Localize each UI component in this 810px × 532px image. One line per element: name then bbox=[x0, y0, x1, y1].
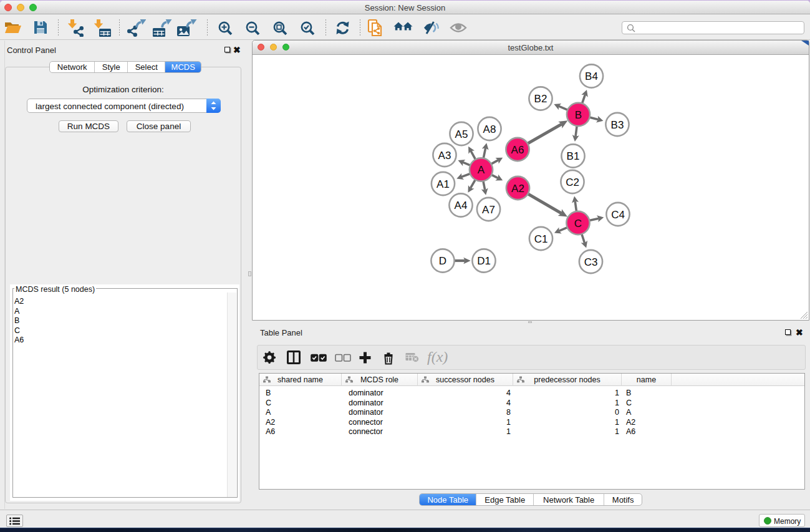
svg-text:A7: A7 bbox=[482, 204, 495, 216]
svg-text:A3: A3 bbox=[438, 150, 451, 162]
svg-text:B: B bbox=[575, 109, 582, 121]
svg-text:C3: C3 bbox=[584, 256, 598, 268]
svg-text:A2: A2 bbox=[511, 183, 524, 195]
svg-text:A8: A8 bbox=[483, 123, 496, 135]
svg-text:B3: B3 bbox=[611, 119, 624, 131]
svg-text:D: D bbox=[439, 255, 446, 267]
svg-text:C: C bbox=[574, 218, 582, 230]
svg-text:C2: C2 bbox=[566, 177, 579, 188]
svg-text:A: A bbox=[478, 164, 485, 176]
svg-text:B4: B4 bbox=[585, 70, 598, 82]
svg-text:A5: A5 bbox=[455, 128, 468, 140]
svg-text:D1: D1 bbox=[477, 255, 491, 267]
svg-text:B1: B1 bbox=[567, 150, 580, 162]
svg-text:B2: B2 bbox=[534, 93, 547, 105]
svg-text:A6: A6 bbox=[511, 144, 524, 156]
svg-text:A1: A1 bbox=[436, 178, 450, 190]
svg-text:A4: A4 bbox=[455, 200, 468, 211]
svg-text:C4: C4 bbox=[611, 209, 625, 221]
svg-text:C1: C1 bbox=[534, 233, 548, 245]
